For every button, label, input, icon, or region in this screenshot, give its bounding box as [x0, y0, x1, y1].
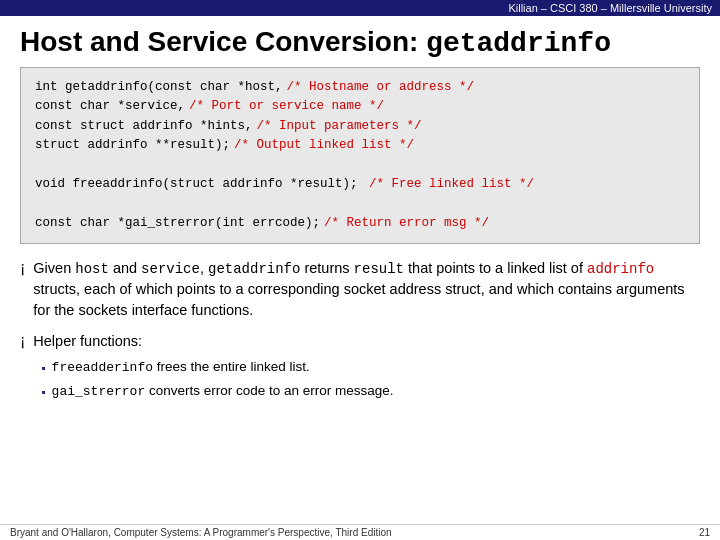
header-title: Killian – CSCI 380 – Millersville Univer…	[508, 2, 712, 14]
code-getaddrinfo: getaddrinfo	[208, 261, 300, 277]
sub-bullet-1: ▪ freeadderinfo frees the entire linked …	[41, 358, 393, 377]
code-line-1: int getaddrinfo(const char *host, /* Hos…	[35, 78, 685, 97]
bullet-icon-1: ¡	[20, 259, 25, 277]
title-mono: getaddrinfo	[426, 28, 611, 59]
code-gai-strerror: gai_strerror	[52, 384, 146, 399]
code-line-4: struct addrinfo **result); /* Output lin…	[35, 136, 685, 155]
bullet-text-2: Helper functions: ▪ freeadderinfo frees …	[33, 331, 393, 405]
code-line-6: void freeaddrinfo(struct addrinfo *resul…	[35, 175, 685, 194]
bullet-icon-2: ¡	[20, 332, 25, 350]
page-title: Host and Service Conversion: getaddrinfo	[0, 16, 720, 67]
code-line-8: const char *gai_strerror(int errcode); /…	[35, 214, 685, 233]
sub-bullet-icon-2: ▪	[41, 384, 45, 401]
sub-bullets: ▪ freeadderinfo frees the entire linked …	[33, 358, 393, 401]
footer-left: Bryant and O'Hallaron, Computer Systems:…	[10, 527, 392, 538]
bullet-item-2: ¡ Helper functions: ▪ freeadderinfo free…	[20, 331, 700, 405]
code-line-2: const char *service, /* Port or service …	[35, 97, 685, 116]
code-line-7	[35, 194, 685, 213]
sub-bullet-text-1: freeadderinfo frees the entire linked li…	[52, 358, 310, 377]
sub-bullet-text-2: gai_strerror converts error code to an e…	[52, 382, 394, 401]
code-host: host	[75, 261, 109, 277]
footer-right: 21	[699, 527, 710, 538]
sub-bullet-2: ▪ gai_strerror converts error code to an…	[41, 382, 393, 401]
code-line-3: const struct addrinfo *hints, /* Input p…	[35, 117, 685, 136]
code-freeadderinfo: freeadderinfo	[52, 360, 153, 375]
code-block: int getaddrinfo(const char *host, /* Hos…	[20, 67, 700, 244]
bullet-item-1: ¡ Given host and service, getaddrinfo re…	[20, 258, 700, 321]
bullet-section: ¡ Given host and service, getaddrinfo re…	[0, 244, 720, 405]
code-service: service	[141, 261, 200, 277]
title-prefix: Host and Service Conversion:	[20, 26, 426, 57]
sub-bullet-icon-1: ▪	[41, 360, 45, 377]
code-result: result	[354, 261, 404, 277]
header-bar: Killian – CSCI 380 – Millersville Univer…	[0, 0, 720, 16]
code-line-5	[35, 156, 685, 175]
bullet-text-1: Given host and service, getaddrinfo retu…	[33, 258, 700, 321]
footer-bar: Bryant and O'Hallaron, Computer Systems:…	[0, 524, 720, 540]
code-addrinfo: addrinfo	[587, 261, 654, 277]
